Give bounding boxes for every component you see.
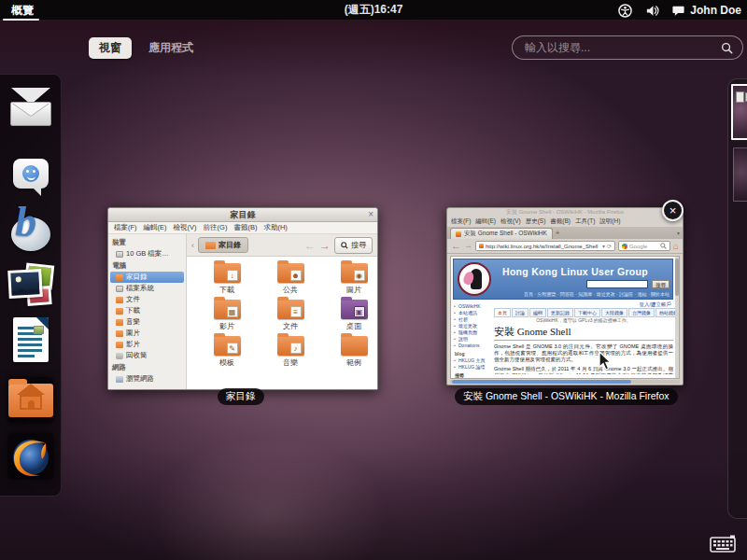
nautilus-search-button: 搜尋	[334, 237, 373, 254]
reload-icon: ⟳	[607, 243, 612, 249]
site-notice: OSWikiHK，遵守以 GPLv3 的條款授權工作。	[494, 317, 673, 323]
sidebar-item-filesystem: 檔案系統	[108, 283, 186, 294]
folder-examples-icon	[341, 336, 368, 356]
firefox-titlebar: 安裝 Gnome Shell - OSWikiHK - Mozilla Fire…	[447, 208, 683, 217]
keyboard-icon[interactable]	[710, 535, 738, 553]
chat-bubble-icon	[13, 159, 49, 189]
file-item: ✎模板	[200, 336, 254, 372]
menu-view: 檢視(V)	[174, 223, 197, 232]
workspace-thumbnail-2[interactable]	[733, 147, 747, 202]
search-icon	[721, 42, 733, 54]
drive-icon	[116, 286, 123, 292]
folder-public-icon: ☻	[277, 263, 304, 283]
overview-search[interactable]	[512, 35, 743, 60]
wiki-link: 社群	[453, 316, 492, 323]
home-folder-icon	[8, 384, 53, 417]
tab-applications[interactable]: 應用程式	[148, 40, 193, 56]
close-window-button[interactable]: ×	[662, 200, 684, 221]
file-item: ▣桌面	[327, 300, 381, 336]
dock-evolution-mail-icon[interactable]	[7, 88, 54, 134]
menu-edit: 編輯(E)	[475, 217, 496, 226]
sidebar-item-browse-network: 瀏覽網路	[108, 373, 186, 385]
firefox-page: Hong Kong Linux User Group 搜尋 首頁 · 分類瀏覽 …	[450, 256, 680, 379]
tab-windows[interactable]: 視窗	[89, 37, 132, 59]
sidebar-header-devices: 裝置	[108, 236, 186, 248]
activities-button[interactable]: 概覽	[0, 0, 45, 21]
drive-icon	[116, 251, 123, 258]
menu-help: 說明(H)	[599, 217, 620, 226]
article-paragraph: Gnome Shell 是 GNOME 3.0 的注目元件。它改變了 GNOME…	[494, 343, 673, 363]
folder-documents-icon: ≡	[277, 300, 304, 319]
search-input[interactable]	[525, 41, 721, 54]
banner-search-input	[586, 280, 648, 288]
article-tab: 更新記錄	[547, 308, 573, 317]
folder-icon	[205, 242, 216, 249]
firefox-menubar: 檔案(F) 編輯(E) 檢視(V) 歷史(S) 書籤(B) 工具(T) 說明(H…	[447, 217, 683, 227]
nautilus-title: 家目錄	[108, 209, 377, 221]
file-item: 範例	[327, 336, 381, 372]
accessibility-icon[interactable]	[618, 4, 632, 18]
article-heading: 安裝 Gnome Shell	[494, 325, 673, 341]
wiki-search-header: 搜尋	[453, 371, 492, 379]
firefox-navbar: ← → http://wiki.linux.org.hk/w/Install_G…	[447, 239, 683, 254]
nautilus-file-grid: ↓下載 ☻公共 ◉圖片 ▦影片 ≡文件 ▣桌面 ✎模板 ♪音樂 範例	[187, 257, 377, 389]
search-icon	[660, 243, 667, 249]
dash: b	[0, 74, 62, 497]
photo-stack-icon	[8, 264, 53, 305]
breadcrumb-home-button: 家目錄	[198, 237, 248, 253]
tab-list-icon: ▾	[677, 228, 680, 239]
folder-templates-icon: ✎	[214, 336, 241, 356]
wiki-link: OSWikiHK	[453, 303, 492, 310]
firefox-tabbar: 安裝 Gnome Shell - OSWikiHK + ▾	[447, 227, 683, 239]
sidebar-item-videos: 影片	[108, 339, 186, 350]
document-icon	[13, 317, 49, 362]
workspace-thumbnail-active[interactable]	[731, 84, 747, 140]
wiki-link: Donations	[453, 343, 492, 349]
search-icon	[341, 242, 348, 249]
window-nautilus-home[interactable]: 家目錄 × 檔案(F) 編輯(E) 檢視(V) 前往(G) 書籤(B) 求助(H…	[107, 207, 378, 390]
article-tab: 本頁	[494, 308, 511, 317]
back-button-icon: ←	[451, 241, 461, 251]
folder-pictures-icon: ◉	[341, 263, 368, 283]
google-icon	[622, 244, 627, 249]
browser-tab: 安裝 Gnome Shell - OSWikiHK	[450, 228, 553, 239]
window-caption-firefox: 安裝 Gnome Shell - OSWikiHK - Mozilla Fire…	[455, 388, 678, 405]
sidebar-item-downloads: 下載	[108, 305, 186, 316]
menu-go: 前往(G)	[204, 223, 228, 232]
pathbar-scroll-left: ‹	[191, 241, 194, 250]
wiki-article: 安裝 Gnome Shell Gnome Shell 是 GNOME 3.0 的…	[494, 325, 673, 374]
dock-banshee-icon[interactable]: b	[7, 202, 54, 254]
file-item: ♪音樂	[263, 336, 317, 372]
favicon	[456, 231, 461, 237]
user-menu[interactable]: John Doe	[672, 4, 741, 17]
dock-empathy-chat-icon[interactable]	[7, 150, 54, 197]
menu-view: 檢視(V)	[500, 217, 521, 226]
file-item: ◉圖片	[327, 263, 381, 300]
sidebar-item-documents: 文件	[108, 294, 186, 305]
workspace-switcher	[727, 78, 747, 519]
wiki-link: 隨機頁面	[453, 329, 492, 336]
folder-icon	[116, 308, 123, 315]
banshee-b-icon: b	[7, 203, 54, 253]
network-icon	[116, 376, 123, 383]
dock-nautilus-files-icon[interactable]	[7, 377, 54, 424]
forward-arrow-icon: →	[319, 240, 331, 251]
nautilus-menubar: 檔案(F) 編輯(E) 檢視(V) 前往(G) 書籤(B) 求助(H)	[108, 222, 377, 234]
dock-firefox-icon[interactable]	[7, 433, 54, 480]
envelope-icon	[10, 94, 51, 128]
menu-bookmarks: 書籤(B)	[550, 217, 571, 226]
user-name: John Doe	[690, 4, 741, 17]
article-tab: 台灣鏡像	[628, 308, 655, 317]
search-bar: Google	[618, 241, 670, 251]
dock-shotwell-photos-icon[interactable]	[7, 261, 54, 308]
volume-icon[interactable]	[645, 4, 659, 18]
sidebar-header-network: 網路	[108, 361, 186, 373]
folder-icon	[116, 274, 123, 281]
article-tab: 討論	[512, 308, 529, 317]
home-button-icon: ⌂	[673, 242, 679, 251]
wiki-sidebar: OSWikiHK 本站通訊 社群 最近更改 隨機頁面 說明 Donations …	[453, 303, 492, 374]
dock-libreoffice-writer-icon[interactable]	[7, 316, 54, 363]
folder-icon	[116, 319, 123, 326]
window-firefox[interactable]: 安裝 Gnome Shell - OSWikiHK - Mozilla Fire…	[446, 207, 684, 385]
wiki-link: HKLUG 論壇	[453, 364, 492, 371]
